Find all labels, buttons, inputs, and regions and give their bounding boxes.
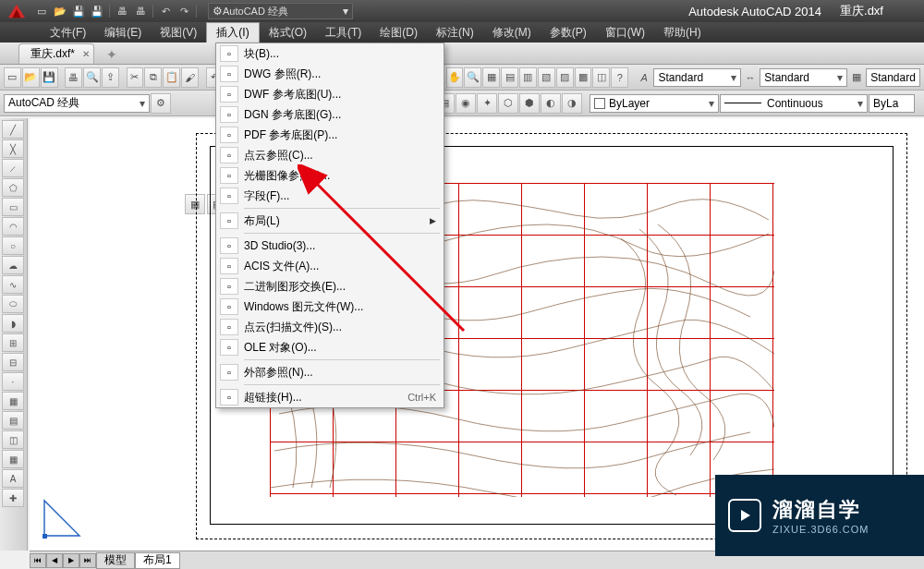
table-icon[interactable]: ▦ xyxy=(2,450,24,468)
tool8-icon[interactable]: ? xyxy=(611,67,628,88)
workspace-input[interactable] xyxy=(223,6,343,17)
region-icon[interactable]: ◫ xyxy=(2,430,24,449)
menu-item-dwg[interactable]: ▫DWG 参照(R)... xyxy=(216,64,444,84)
menu-item-block[interactable]: ▫块(B)... xyxy=(216,43,444,64)
menu-i[interactable]: 插入(I) xyxy=(206,22,259,42)
menu-t[interactable]: 工具(T) xyxy=(316,22,371,42)
menu-item-pcloud[interactable]: ▫点云参照(C)... xyxy=(216,145,444,165)
workspace-selector[interactable]: ⚙ ▾ xyxy=(208,3,353,19)
mtext-icon[interactable]: A xyxy=(2,469,24,488)
tool5-icon[interactable]: ▨ xyxy=(556,67,574,88)
new-tab-button[interactable]: ✦ xyxy=(98,45,126,64)
table-style-combo[interactable]: Standard xyxy=(866,68,920,87)
menu-item-bin[interactable]: ▫二进制图形交换(E)... xyxy=(216,276,444,297)
pan-icon[interactable]: ✋ xyxy=(446,67,464,88)
menu-item-dwf[interactable]: ▫DWF 参考底图(U)... xyxy=(216,84,444,104)
menu-item-ole[interactable]: ▫OLE 对象(O)... xyxy=(216,337,444,357)
menu-item-raster[interactable]: ▫光栅图像参照(I)... xyxy=(216,165,444,186)
app-logo-icon[interactable] xyxy=(4,2,30,20)
menu-o[interactable]: 格式(O) xyxy=(260,22,316,42)
menu-p[interactable]: 参数(P) xyxy=(541,22,596,42)
zoom-icon[interactable]: 🔍 xyxy=(464,67,481,88)
tab-model[interactable]: 模型 xyxy=(96,552,135,569)
menu-item-3ds[interactable]: ▫3D Studio(3)... xyxy=(216,236,444,256)
layout-prev-icon[interactable]: ◀ xyxy=(46,553,63,568)
qat-open-icon[interactable]: 📂 xyxy=(52,3,68,19)
menu-v[interactable]: 视图(V) xyxy=(151,22,206,42)
arc-icon[interactable]: ◠ xyxy=(2,217,24,236)
qat-undo-icon[interactable]: ↶ xyxy=(157,3,174,19)
menu-h[interactable]: 帮助(H) xyxy=(654,22,711,42)
new-icon[interactable]: ▭ xyxy=(4,67,21,88)
addsel-icon[interactable]: ✚ xyxy=(2,489,24,507)
layer5-icon[interactable]: ⬡ xyxy=(498,93,518,114)
text-style-combo[interactable]: Standard▾ xyxy=(653,68,740,87)
paste-icon[interactable]: 📋 xyxy=(163,67,180,88)
copy-icon[interactable]: ⧉ xyxy=(144,67,162,88)
insert-icon[interactable]: ⊞ xyxy=(2,333,24,352)
qat-print-preview-icon[interactable]: 🖶 xyxy=(132,3,149,19)
print-icon[interactable]: 🖶 xyxy=(65,67,82,88)
tool7-icon[interactable]: ◫ xyxy=(592,67,610,88)
point-icon[interactable]: · xyxy=(2,372,24,391)
menu-d[interactable]: 绘图(D) xyxy=(371,22,427,42)
spline-icon[interactable]: ∿ xyxy=(2,275,24,294)
tool2-icon[interactable]: ▤ xyxy=(501,67,518,88)
menu-item-pdf[interactable]: ▫PDF 参考底图(P)... xyxy=(216,125,444,145)
qat-saveas-icon[interactable]: 💾 xyxy=(89,3,105,19)
menu-m[interactable]: 修改(M) xyxy=(483,22,541,42)
publish-icon[interactable]: ⇪ xyxy=(102,67,119,88)
revcloud-icon[interactable]: ☁ xyxy=(2,256,24,274)
menu-w[interactable]: 窗口(W) xyxy=(596,22,654,42)
qat-redo-icon[interactable]: ↷ xyxy=(176,3,192,19)
save-icon[interactable]: 💾 xyxy=(41,67,58,88)
layer4-icon[interactable]: ✦ xyxy=(477,93,497,114)
rect-icon[interactable]: ▭ xyxy=(2,198,24,216)
menu-e[interactable]: 编辑(E) xyxy=(95,22,151,42)
layer7-icon[interactable]: ◐ xyxy=(541,93,561,114)
layer-color-combo[interactable]: ByLayer▾ xyxy=(590,94,719,113)
menu-item-field[interactable]: ▫字段(F)... xyxy=(216,186,444,206)
tool6-icon[interactable]: ▩ xyxy=(575,67,592,88)
document-tab[interactable]: 重庆.dxf* ✕ xyxy=(18,43,94,64)
tool4-icon[interactable]: ▧ xyxy=(538,67,555,88)
tab-layout1[interactable]: 布局1 xyxy=(135,552,180,569)
circle-icon[interactable]: ○ xyxy=(2,236,24,255)
layer8-icon[interactable]: ◑ xyxy=(562,93,582,114)
polygon-icon[interactable]: ⬠ xyxy=(2,178,24,197)
layer3-icon[interactable]: ◉ xyxy=(456,93,476,114)
menu-item-acis[interactable]: ▫ACIS 文件(A)... xyxy=(216,256,444,276)
menu-item-wmf[interactable]: ▫Windows 图元文件(W)... xyxy=(216,297,444,317)
menu-item-9[interactable]: ▫布局(L)▶ xyxy=(216,211,444,231)
makeblock-icon[interactable]: ⊟ xyxy=(2,353,24,371)
menu-n[interactable]: 标注(N) xyxy=(427,22,483,42)
pline-icon[interactable]: ⟋ xyxy=(2,159,24,177)
menu-f[interactable]: 文件(F) xyxy=(41,22,95,42)
qat-print-icon[interactable]: 🖶 xyxy=(114,3,130,19)
menu-item-scan[interactable]: ▫点云(扫描文件)(S)... xyxy=(216,317,444,337)
line-icon[interactable]: ╱ xyxy=(2,120,24,139)
hatch-icon[interactable]: ▦ xyxy=(2,392,24,410)
layer6-icon[interactable]: ⬢ xyxy=(519,93,540,114)
lineweight-combo[interactable]: ByLa xyxy=(869,94,915,113)
menu-item-dgn[interactable]: ▫DGN 参考底图(G)... xyxy=(216,104,444,125)
close-icon[interactable]: ✕ xyxy=(82,49,90,59)
menu-item-xref[interactable]: ▫外部参照(N)... xyxy=(216,362,444,382)
ellipsearc-icon[interactable]: ◗ xyxy=(2,314,24,333)
qat-new-icon[interactable]: ▭ xyxy=(33,3,50,19)
qat-save-icon[interactable]: 💾 xyxy=(70,3,87,19)
cut-icon[interactable]: ✂ xyxy=(127,67,144,88)
match-icon[interactable]: 🖌 xyxy=(181,67,199,88)
tool3-icon[interactable]: ▥ xyxy=(519,67,537,88)
layout-first-icon[interactable]: ⏮ xyxy=(30,553,46,568)
preview-icon[interactable]: 🔍 xyxy=(83,67,101,88)
tool1-icon[interactable]: ▦ xyxy=(482,67,500,88)
ellipse-icon[interactable]: ⬭ xyxy=(2,295,24,313)
linetype-combo[interactable]: Continuous▾ xyxy=(720,94,868,113)
gear-icon[interactable]: ⚙ xyxy=(151,93,171,114)
xline-icon[interactable]: ╳ xyxy=(2,139,24,158)
open-icon[interactable]: 📂 xyxy=(22,67,40,88)
gradient-icon[interactable]: ▤ xyxy=(2,411,24,430)
workspace-combo2[interactable]: AutoCAD 经典▾ xyxy=(4,94,150,113)
layout-next-icon[interactable]: ▶ xyxy=(63,553,79,568)
